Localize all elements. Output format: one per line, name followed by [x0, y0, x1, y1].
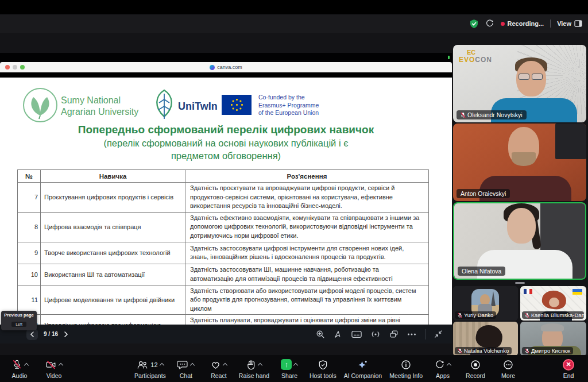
react-options-chevron[interactable] [223, 362, 227, 367]
muted-mic-icon [525, 348, 529, 354]
muted-mic-icon [525, 312, 529, 318]
col-header-skill: Навичка [41, 170, 185, 183]
broadcast-icon[interactable] [370, 330, 381, 338]
muted-mic-icon [458, 348, 462, 354]
table-row: 8 Цифрова взаємодія та співпраця Здатніс… [18, 212, 429, 242]
react-button[interactable]: React [206, 358, 231, 379]
recording-label: Recording... [508, 20, 544, 27]
browser-title-bar: canva.com [0, 62, 452, 72]
captions-icon[interactable] [351, 330, 362, 338]
participants-count: 12 [150, 361, 157, 368]
video-tile-anton[interactable]: Anton Oraievskyi [453, 124, 586, 201]
participants-icon [137, 360, 148, 370]
france-flag-icon [524, 289, 532, 294]
muted-mic-icon [458, 312, 462, 318]
more-options-icon[interactable] [407, 333, 416, 336]
browser-chrome-strip [0, 72, 452, 78]
mic-muted-icon [11, 359, 22, 370]
recording-dot-icon [501, 22, 505, 26]
eu-cofunded-text: Co-funded by the Erasmus+ Programme of t… [258, 94, 319, 117]
apps-button[interactable]: Apps [430, 358, 455, 379]
chat-options-chevron[interactable] [190, 362, 195, 367]
share-button[interactable]: ↑ Share [277, 358, 302, 379]
table-header-row: № Навичка Роз'яснення [18, 170, 429, 183]
col-header-number: № [18, 170, 41, 183]
apps-icon [435, 360, 445, 370]
participant-name-tag: Oleksandr Novytskyi [457, 110, 527, 119]
participants-options-chevron[interactable] [159, 362, 164, 367]
previous-page-tooltip: Previous page Left [1, 311, 37, 330]
host-tools-shield-icon [318, 360, 328, 370]
active-apps-icon[interactable] [485, 19, 494, 28]
zoom-meeting-window: Recording... View canva.com [0, 0, 588, 382]
participant-name-tag: Anton Oraievskyi [457, 189, 510, 198]
canva-favicon [210, 65, 215, 70]
next-page-button[interactable] [64, 331, 68, 337]
ai-companion-sparkle-icon [357, 360, 368, 370]
sumy-university-logo-icon [22, 87, 59, 124]
audio-button[interactable]: Audio [7, 358, 32, 379]
unitwin-wordmark: UniTwIn [178, 101, 218, 113]
participant-name-tag: Olena Nifatova [458, 267, 505, 276]
video-tile-yuriy[interactable]: Yuriy Danko [453, 286, 518, 321]
video-options-chevron[interactable] [59, 362, 63, 367]
ai-companion-button[interactable]: AI Companion [344, 358, 382, 379]
page-indicator: 9 / 16 [44, 331, 58, 337]
shared-desktop-strip [0, 53, 452, 62]
evocon-logo: EC EVOCON [459, 49, 492, 64]
muted-mic-icon [461, 112, 466, 118]
browser-url[interactable]: canva.com [217, 64, 242, 70]
video-tile-olena-active-speaker[interactable]: Olena Nifatova [453, 202, 586, 280]
participant-name-tag: Kseniia Bliumska-Dan... [522, 311, 584, 319]
more-icon [503, 360, 513, 370]
table-row: 10 Використання ШІ та автоматизації Здат… [18, 264, 429, 285]
view-label: View [557, 20, 571, 27]
end-call-icon: ✕ [563, 359, 574, 371]
canva-presentation-toolbar: 9 / 16 [0, 325, 452, 344]
apps-options-chevron[interactable] [447, 362, 451, 367]
skills-table: № Навичка Роз'яснення 7 Проєктування циф… [17, 169, 429, 336]
eu-flag-icon [222, 95, 252, 115]
security-shield-icon[interactable] [469, 19, 479, 29]
collapse-icon[interactable] [434, 330, 443, 338]
info-icon [401, 360, 411, 370]
share-options-chevron[interactable] [293, 362, 298, 367]
recording-indicator[interactable]: Recording... [501, 20, 544, 27]
video-tile-nataliia[interactable]: Nataliia Volchenko [453, 322, 518, 356]
view-button[interactable]: View [557, 20, 582, 27]
table-row: 11 Цифрове моделювання ти цифрові двійни… [18, 285, 429, 315]
heart-icon [210, 360, 221, 370]
pointer-icon[interactable] [334, 330, 343, 339]
raise-hand-button[interactable]: Raise hand [239, 358, 269, 379]
view-layout-icon [574, 20, 582, 27]
audio-options-chevron[interactable] [24, 362, 28, 367]
sumy-university-name: Sumy National Agrarian University [61, 95, 138, 118]
raised-hand-icon [246, 360, 256, 370]
participant-name-tag: Yuriy Danko [455, 311, 496, 319]
video-tile-dmytro[interactable]: Дмитро Кислюк [520, 322, 586, 356]
chat-icon [177, 360, 188, 370]
unitwin-leaf-icon [150, 88, 178, 121]
video-button[interactable]: Video [41, 358, 67, 379]
participants-button[interactable]: 12 Participants [134, 358, 166, 379]
canva-toolbar-divider [425, 329, 425, 339]
presentation-slide: Sumy National Agrarian University UniTwI… [0, 78, 452, 325]
meeting-info-button[interactable]: Meeting Info [389, 358, 423, 379]
host-tools-button[interactable]: Host tools [310, 358, 336, 379]
chat-button[interactable]: Chat [173, 358, 199, 379]
participant-name-tag: Дмитро Кислюк [522, 347, 573, 354]
table-row: 7 Проєктування цифрових продуктів і серв… [18, 183, 429, 213]
meeting-controls-toolbar: Audio Video [0, 355, 588, 382]
more-button[interactable]: More [496, 358, 521, 379]
video-tile-kseniia[interactable]: Kseniia Bliumska-Dan... [520, 286, 586, 321]
record-icon [470, 360, 481, 370]
slide-title: Попередньо сформований перелік цифрових … [0, 124, 452, 136]
gallery-drag-handle[interactable] [515, 282, 525, 284]
record-button[interactable]: Record [463, 358, 488, 379]
raise-hand-options-chevron[interactable] [258, 362, 262, 367]
end-meeting-button[interactable]: ✕ End [556, 358, 581, 379]
video-tile-oleksandr[interactable]: EC EVOCON Oleksandr Novytskyi [453, 45, 586, 122]
col-header-explanation: Роз'яснення [185, 170, 429, 183]
zoom-in-icon[interactable] [316, 330, 325, 339]
windows-icon[interactable] [389, 330, 399, 339]
